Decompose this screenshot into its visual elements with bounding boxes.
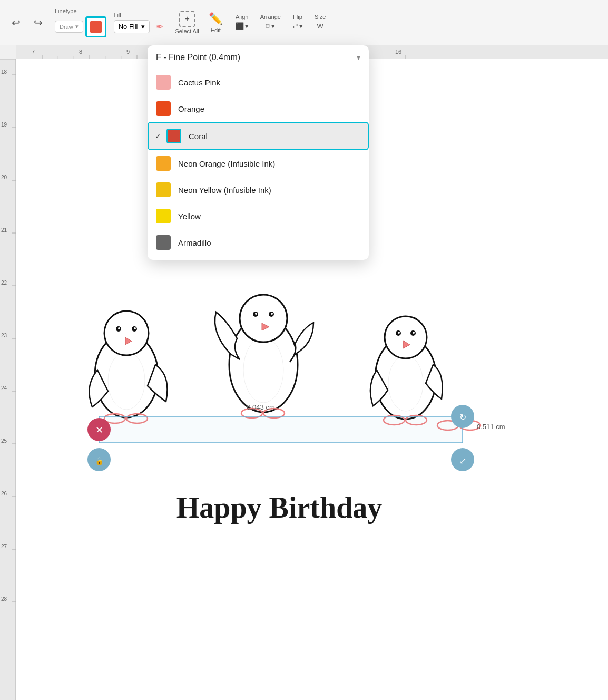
select-all-action[interactable]: + Select All (175, 11, 199, 34)
align-chevron: ▾ (245, 22, 249, 30)
fill-label: Fill (114, 12, 121, 18)
size-button[interactable]: W (315, 21, 325, 31)
color-item-coral[interactable]: ✓Coral (148, 122, 369, 150)
svg-text:27: 27 (1, 543, 7, 549)
svg-text:8: 8 (79, 48, 82, 55)
undo-redo-group: ↩ ↪ (6, 13, 47, 32)
color-item-label: Yellow (178, 212, 201, 221)
color-swatch (156, 75, 171, 90)
color-item-label: Coral (189, 132, 208, 141)
svg-point-41 (108, 352, 145, 410)
fill-dropdown[interactable]: No Fill ▾ (114, 20, 150, 33)
svg-point-52 (240, 295, 287, 342)
svg-text:20: 20 (1, 174, 7, 180)
ruler-left-svg: 18 19 20 21 22 23 24 25 26 27 28 (0, 59, 16, 700)
color-item-neon-orange-(infusible-ink)[interactable]: Neon Orange (Infusible Ink) (148, 150, 369, 177)
fill-value: No Fill (119, 23, 138, 31)
arrange-icon: ⧉ (266, 22, 270, 31)
edit-icon: ✏️ (209, 12, 223, 26)
color-item-label: Armadillo (178, 238, 211, 247)
color-swatch (156, 235, 171, 250)
svg-point-61 (388, 355, 423, 411)
align-group: Align ⬛ ▾ (233, 14, 251, 31)
svg-text:21: 21 (1, 227, 7, 233)
svg-text:19: 19 (1, 122, 7, 128)
color-swatch (156, 209, 171, 223)
select-all-icon: + (179, 11, 195, 27)
svg-text:28: 28 (1, 596, 7, 602)
color-swatch (166, 129, 181, 143)
select-plus-icon: + (184, 14, 189, 24)
align-button[interactable]: ⬛ ▾ (233, 21, 251, 31)
resize-icon: ⤢ (459, 456, 466, 465)
checkmark-icon: ✓ (155, 132, 161, 140)
arrange-button[interactable]: ⧉ ▾ (263, 21, 277, 32)
flip-label: Flip (293, 14, 302, 20)
rotate-icon: ↻ (459, 413, 466, 422)
pen-icon: ✒ (156, 21, 164, 33)
linetype-chevron: ▾ (75, 23, 79, 30)
align-icon: ⬛ (236, 22, 244, 30)
flip-button[interactable]: ⇄ ▾ (290, 21, 305, 31)
svg-text:25: 25 (1, 438, 7, 444)
dropdown-header[interactable]: F - Fine Point (0.4mm) ▾ (148, 45, 369, 69)
edit-action[interactable]: ✏️ Edit (209, 12, 223, 33)
coral-square-button[interactable] (85, 16, 106, 37)
flip-group: Flip ⇄ ▾ (290, 14, 305, 31)
color-item-label: Neon Yellow (Infusible Ink) (178, 186, 271, 195)
svg-text:9: 9 (126, 48, 130, 55)
color-item-label: Orange (178, 104, 204, 113)
svg-point-51 (243, 337, 283, 403)
svg-point-42 (104, 311, 149, 355)
dropdown-title: F - Fine Point (0.4mm) (156, 53, 240, 62)
svg-point-45 (118, 327, 120, 329)
linetype-select: Draw ▾ (55, 16, 106, 37)
linetype-section: Linetype Draw ▾ (55, 8, 106, 37)
svg-point-66 (413, 332, 415, 334)
svg-point-62 (385, 316, 427, 358)
svg-point-56 (271, 313, 273, 315)
size-label: Size (315, 14, 326, 20)
color-swatch (156, 101, 171, 116)
linetype-label: Linetype (55, 8, 77, 14)
svg-text:26: 26 (1, 491, 7, 497)
color-item-armadillo[interactable]: Armadillo (148, 229, 369, 256)
redo-button[interactable]: ↪ (28, 13, 47, 32)
dimension-height-label: 0.511 cm (477, 423, 505, 431)
dropdown-chevron: ▾ (357, 53, 360, 62)
arrange-group: Arrange ⧉ ▾ (260, 14, 281, 32)
color-item-yellow[interactable]: Yellow (148, 203, 369, 229)
svg-text:22: 22 (1, 280, 7, 286)
size-abbr: W (317, 22, 323, 30)
edit-label: Edit (211, 27, 221, 33)
svg-point-65 (398, 332, 400, 334)
align-label: Align (236, 14, 248, 20)
fill-chevron: ▾ (141, 23, 145, 31)
penguin-right (370, 316, 443, 425)
penguin-middle (215, 295, 313, 418)
ruler-left: 18 19 20 21 22 23 24 25 26 27 28 (0, 59, 16, 700)
svg-text:16: 16 (395, 48, 401, 55)
arrange-chevron: ▾ (271, 22, 275, 30)
undo-button[interactable]: ↩ (6, 13, 25, 32)
toolbar: ↩ ↪ Linetype Draw ▾ Fill No Fill ▾ ✒ (0, 0, 608, 45)
color-item-orange[interactable]: Orange (148, 95, 369, 122)
lock-icon: 🔒 (95, 456, 104, 465)
size-group: Size W (315, 14, 326, 31)
select-all-label: Select All (175, 28, 199, 34)
coral-square-inner (90, 21, 102, 33)
color-item-cactus-pink[interactable]: Cactus Pink (148, 69, 369, 95)
linetype-value: Draw (60, 24, 73, 30)
fill-section: Fill No Fill ▾ ✒ (114, 12, 164, 33)
svg-point-46 (134, 327, 136, 329)
color-swatch (156, 156, 171, 171)
linetype-dropdown[interactable]: Draw ▾ (55, 21, 83, 33)
color-item-label: Cactus Pink (178, 78, 220, 87)
penguin-left (89, 311, 167, 423)
color-list: Cactus PinkOrange✓CoralNeon Orange (Infu… (148, 69, 369, 256)
color-swatch (156, 182, 171, 197)
color-item-neon-yellow-(infusible-ink)[interactable]: Neon Yellow (Infusible Ink) (148, 177, 369, 203)
svg-text:18: 18 (1, 69, 7, 75)
svg-point-55 (255, 313, 257, 315)
arrange-label: Arrange (260, 14, 281, 20)
